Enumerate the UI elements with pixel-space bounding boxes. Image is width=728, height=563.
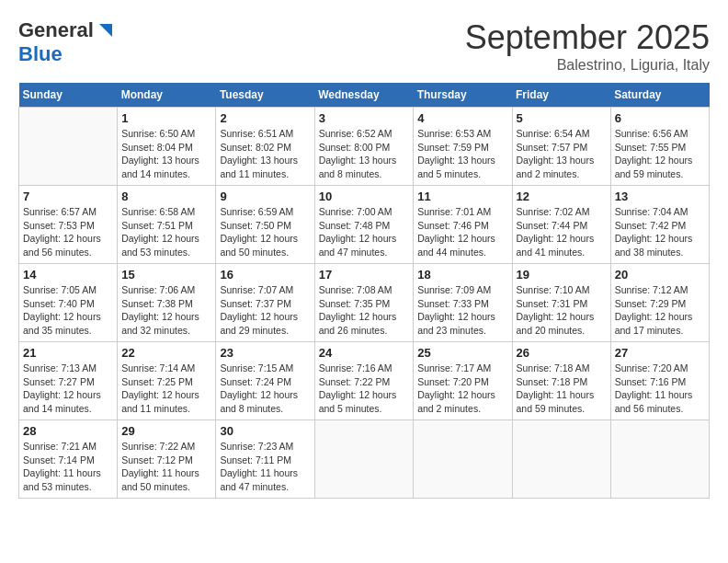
calendar-cell: 26Sunrise: 7:18 AM Sunset: 7:18 PM Dayli… bbox=[512, 342, 610, 420]
day-number: 8 bbox=[121, 190, 211, 203]
calendar-table: SundayMondayTuesdayWednesdayThursdayFrid… bbox=[18, 83, 710, 499]
day-info: Sunrise: 7:10 AM Sunset: 7:31 PM Dayligh… bbox=[517, 283, 607, 338]
calendar-cell: 4Sunrise: 6:53 AM Sunset: 7:59 PM Daylig… bbox=[414, 108, 512, 186]
day-info: Sunrise: 7:14 AM Sunset: 7:25 PM Dayligh… bbox=[121, 362, 211, 416]
calendar-cell: 28Sunrise: 7:21 AM Sunset: 7:14 PM Dayli… bbox=[19, 420, 118, 499]
day-number: 15 bbox=[121, 268, 211, 282]
day-info: Sunrise: 6:56 AM Sunset: 7:55 PM Dayligh… bbox=[615, 127, 705, 181]
location: Balestrino, Liguria, Italy bbox=[465, 57, 710, 74]
day-number: 11 bbox=[417, 190, 507, 203]
day-info: Sunrise: 7:21 AM Sunset: 7:14 PM Dayligh… bbox=[23, 440, 113, 494]
day-number: 2 bbox=[220, 111, 310, 125]
day-number: 13 bbox=[615, 190, 705, 203]
day-number: 16 bbox=[220, 268, 310, 282]
calendar-cell bbox=[19, 108, 118, 186]
day-info: Sunrise: 6:58 AM Sunset: 7:51 PM Dayligh… bbox=[121, 205, 211, 259]
day-info: Sunrise: 7:18 AM Sunset: 7:18 PM Dayligh… bbox=[517, 362, 607, 416]
calendar-cell bbox=[512, 420, 610, 499]
weekday-header-cell: Wednesday bbox=[314, 83, 414, 108]
day-info: Sunrise: 7:16 AM Sunset: 7:22 PM Dayligh… bbox=[319, 362, 410, 416]
calendar-cell: 3Sunrise: 6:52 AM Sunset: 8:00 PM Daylig… bbox=[314, 108, 414, 186]
day-number: 5 bbox=[517, 111, 607, 125]
day-info: Sunrise: 6:57 AM Sunset: 7:53 PM Dayligh… bbox=[23, 205, 113, 259]
day-number: 1 bbox=[121, 111, 211, 125]
weekday-header-cell: Thursday bbox=[414, 83, 512, 108]
day-number: 24 bbox=[319, 346, 410, 360]
day-info: Sunrise: 7:15 AM Sunset: 7:24 PM Dayligh… bbox=[220, 362, 310, 416]
calendar-cell: 7Sunrise: 6:57 AM Sunset: 7:53 PM Daylig… bbox=[19, 186, 118, 264]
weekday-header-cell: Sunday bbox=[19, 83, 118, 108]
calendar-cell bbox=[314, 420, 414, 499]
calendar-cell: 16Sunrise: 7:07 AM Sunset: 7:37 PM Dayli… bbox=[216, 264, 314, 342]
calendar-week-row: 28Sunrise: 7:21 AM Sunset: 7:14 PM Dayli… bbox=[19, 420, 710, 499]
day-number: 17 bbox=[319, 268, 410, 282]
calendar-cell: 8Sunrise: 6:58 AM Sunset: 7:51 PM Daylig… bbox=[118, 186, 216, 264]
day-number: 19 bbox=[517, 268, 607, 282]
calendar-week-row: 1Sunrise: 6:50 AM Sunset: 8:04 PM Daylig… bbox=[19, 108, 710, 186]
calendar-cell: 11Sunrise: 7:01 AM Sunset: 7:46 PM Dayli… bbox=[414, 186, 512, 264]
day-number: 27 bbox=[615, 346, 705, 360]
logo-arrow-icon bbox=[96, 20, 112, 37]
calendar-week-row: 14Sunrise: 7:05 AM Sunset: 7:40 PM Dayli… bbox=[19, 264, 710, 342]
calendar-cell: 20Sunrise: 7:12 AM Sunset: 7:29 PM Dayli… bbox=[610, 264, 709, 342]
day-info: Sunrise: 7:09 AM Sunset: 7:33 PM Dayligh… bbox=[417, 283, 507, 338]
day-info: Sunrise: 6:54 AM Sunset: 7:57 PM Dayligh… bbox=[517, 127, 607, 181]
day-info: Sunrise: 7:08 AM Sunset: 7:35 PM Dayligh… bbox=[319, 283, 410, 338]
day-number: 20 bbox=[615, 268, 705, 282]
day-number: 4 bbox=[417, 111, 507, 125]
calendar-cell: 17Sunrise: 7:08 AM Sunset: 7:35 PM Dayli… bbox=[314, 264, 414, 342]
day-number: 28 bbox=[23, 424, 113, 438]
day-info: Sunrise: 7:23 AM Sunset: 7:11 PM Dayligh… bbox=[220, 440, 310, 494]
day-number: 7 bbox=[23, 190, 113, 203]
logo-blue: Blue bbox=[18, 42, 63, 66]
calendar-cell: 2Sunrise: 6:51 AM Sunset: 8:02 PM Daylig… bbox=[216, 108, 314, 186]
day-info: Sunrise: 7:12 AM Sunset: 7:29 PM Dayligh… bbox=[615, 283, 705, 338]
day-info: Sunrise: 7:01 AM Sunset: 7:46 PM Dayligh… bbox=[417, 205, 507, 259]
day-number: 29 bbox=[121, 424, 211, 438]
calendar-cell: 5Sunrise: 6:54 AM Sunset: 7:57 PM Daylig… bbox=[512, 108, 610, 186]
calendar-cell: 29Sunrise: 7:22 AM Sunset: 7:12 PM Dayli… bbox=[118, 420, 216, 499]
day-number: 9 bbox=[220, 190, 310, 203]
day-number: 18 bbox=[417, 268, 507, 282]
day-number: 25 bbox=[417, 346, 507, 360]
calendar-cell: 19Sunrise: 7:10 AM Sunset: 7:31 PM Dayli… bbox=[512, 264, 610, 342]
day-info: Sunrise: 6:51 AM Sunset: 8:02 PM Dayligh… bbox=[220, 127, 310, 181]
calendar-cell bbox=[414, 420, 512, 499]
calendar-cell: 1Sunrise: 6:50 AM Sunset: 8:04 PM Daylig… bbox=[118, 108, 216, 186]
calendar-cell: 27Sunrise: 7:20 AM Sunset: 7:16 PM Dayli… bbox=[610, 342, 709, 420]
weekday-header-row: SundayMondayTuesdayWednesdayThursdayFrid… bbox=[19, 83, 710, 108]
day-info: Sunrise: 7:20 AM Sunset: 7:16 PM Dayligh… bbox=[615, 362, 705, 416]
calendar-cell: 22Sunrise: 7:14 AM Sunset: 7:25 PM Dayli… bbox=[118, 342, 216, 420]
calendar-cell: 18Sunrise: 7:09 AM Sunset: 7:33 PM Dayli… bbox=[414, 264, 512, 342]
day-number: 30 bbox=[220, 424, 310, 438]
day-info: Sunrise: 7:00 AM Sunset: 7:48 PM Dayligh… bbox=[319, 205, 410, 259]
svg-marker-0 bbox=[99, 24, 112, 37]
calendar-cell: 12Sunrise: 7:02 AM Sunset: 7:44 PM Dayli… bbox=[512, 186, 610, 264]
calendar-cell: 6Sunrise: 6:56 AM Sunset: 7:55 PM Daylig… bbox=[610, 108, 709, 186]
day-number: 10 bbox=[319, 190, 410, 203]
calendar-cell: 13Sunrise: 7:04 AM Sunset: 7:42 PM Dayli… bbox=[610, 186, 709, 264]
calendar-week-row: 21Sunrise: 7:13 AM Sunset: 7:27 PM Dayli… bbox=[19, 342, 710, 420]
weekday-header-cell: Saturday bbox=[610, 83, 709, 108]
day-number: 22 bbox=[121, 346, 211, 360]
calendar-cell bbox=[610, 420, 709, 499]
day-info: Sunrise: 7:02 AM Sunset: 7:44 PM Dayligh… bbox=[517, 205, 607, 259]
logo-general: General bbox=[18, 18, 94, 42]
day-number: 26 bbox=[517, 346, 607, 360]
day-info: Sunrise: 6:52 AM Sunset: 8:00 PM Dayligh… bbox=[319, 127, 410, 181]
weekday-header-cell: Tuesday bbox=[216, 83, 314, 108]
day-number: 14 bbox=[23, 268, 113, 282]
day-info: Sunrise: 7:07 AM Sunset: 7:37 PM Dayligh… bbox=[220, 283, 310, 338]
day-number: 12 bbox=[517, 190, 607, 203]
calendar-cell: 30Sunrise: 7:23 AM Sunset: 7:11 PM Dayli… bbox=[216, 420, 314, 499]
day-info: Sunrise: 6:59 AM Sunset: 7:50 PM Dayligh… bbox=[220, 205, 310, 259]
day-info: Sunrise: 7:17 AM Sunset: 7:20 PM Dayligh… bbox=[417, 362, 507, 416]
weekday-header-cell: Friday bbox=[512, 83, 610, 108]
calendar-cell: 24Sunrise: 7:16 AM Sunset: 7:22 PM Dayli… bbox=[314, 342, 414, 420]
day-number: 3 bbox=[319, 111, 410, 125]
day-number: 23 bbox=[220, 346, 310, 360]
page-header: General Blue September 2025 Balestrino, … bbox=[18, 18, 710, 74]
calendar-cell: 15Sunrise: 7:06 AM Sunset: 7:38 PM Dayli… bbox=[118, 264, 216, 342]
day-number: 21 bbox=[23, 346, 113, 360]
calendar-cell: 25Sunrise: 7:17 AM Sunset: 7:20 PM Dayli… bbox=[414, 342, 512, 420]
